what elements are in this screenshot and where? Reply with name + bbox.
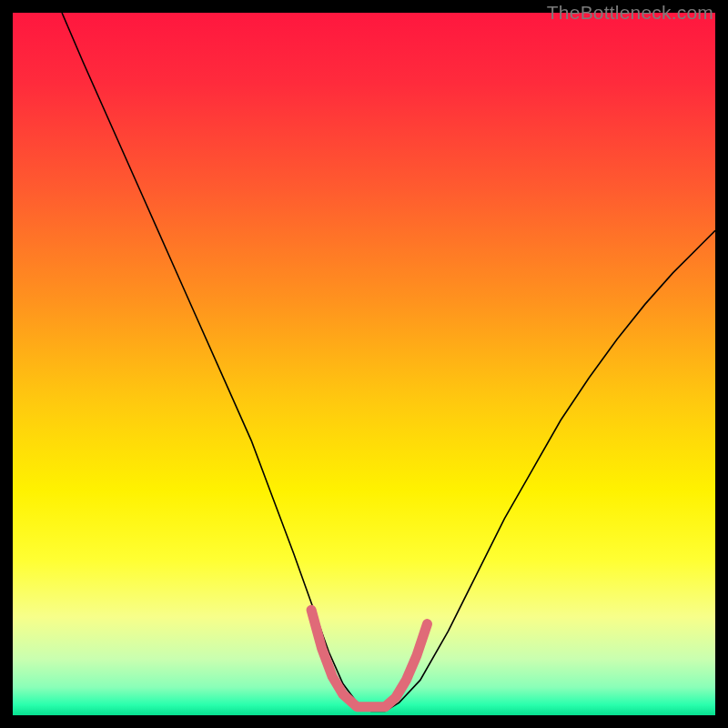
watermark-label: TheBottleneck.com bbox=[547, 2, 713, 24]
chart-frame bbox=[13, 13, 715, 715]
bottleneck-chart bbox=[13, 13, 715, 715]
chart-background bbox=[13, 13, 715, 715]
